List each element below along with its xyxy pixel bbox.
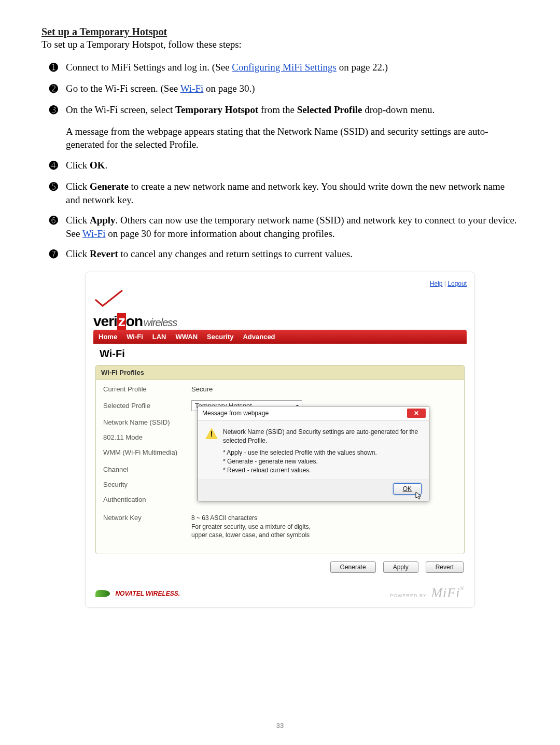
apply-button[interactable]: Apply <box>383 561 418 573</box>
row-current-profile: Current Profile Secure <box>103 385 457 393</box>
step7-text-c: to cancel any changes and return setting… <box>118 248 353 259</box>
step5-text-c: to create a new network name and network… <box>66 181 505 205</box>
help-link[interactable]: Help <box>430 280 443 287</box>
nk-hint-2: For greater security, use a mixture of d… <box>191 523 311 530</box>
step1-text-a: Connect to MiFi Settings and log in. (Se… <box>66 62 232 73</box>
logout-link[interactable]: Logout <box>447 280 467 287</box>
step4-text-c: . <box>105 160 107 171</box>
label-channel: Channel <box>103 466 191 473</box>
step-number-7: ➐ <box>49 247 66 261</box>
step-number-3: ➌ <box>49 103 66 117</box>
step3-bold-2: Selected Profile <box>297 104 362 115</box>
network-key-hint: 8 ~ 63 ASCII characters For greater secu… <box>191 514 457 539</box>
label-network-key: Network Key <box>103 514 191 522</box>
step4-bold: OK <box>90 160 105 171</box>
wifi-link-1[interactable]: Wi-Fi <box>180 83 204 94</box>
powered-by-text: POWERED BY <box>390 593 427 598</box>
step-2: ➋ Go to the Wi-Fi screen. (See Wi-Fi on … <box>49 82 519 96</box>
dialog-footer: OK <box>198 480 429 501</box>
wifi-heading: Wi-Fi <box>93 344 467 363</box>
step5-text-a: Click <box>66 181 90 192</box>
warning-icon <box>205 428 218 439</box>
footer-row: NOVATEL WIRELESS. POWERED BY MiFi® <box>93 585 467 601</box>
label-wmm: WMM (Wi-Fi Multimedia) <box>103 448 191 456</box>
action-buttons-row: Generate Apply Revert <box>93 554 467 576</box>
configuring-mifi-settings-link[interactable]: Configuring MiFi Settings <box>232 62 337 73</box>
mifi-text: MiFi® <box>431 585 465 600</box>
nav-advanced[interactable]: Advanced <box>243 333 275 341</box>
logo-part2: z <box>117 313 126 330</box>
step3-text-c: from the <box>258 104 297 115</box>
step7-bold: Revert <box>90 248 118 259</box>
label-security: Security <box>103 481 191 488</box>
nav-home[interactable]: Home <box>99 333 117 341</box>
step1-text-b: on page 22.) <box>337 62 388 73</box>
nav-security[interactable]: Security <box>207 333 233 341</box>
dlg-line2: * Apply - use the selected Profile with … <box>223 448 422 457</box>
step6-text-a: Click <box>66 215 90 226</box>
logo-row <box>93 288 467 308</box>
nk-hint-3: upper case, lower case, and other symbol… <box>191 531 310 539</box>
section-title: Set up a Temporary Hotspot <box>41 26 519 38</box>
step7-text-a: Click <box>66 248 90 259</box>
logo-part3: on <box>126 313 143 329</box>
wifi-link-2[interactable]: Wi-Fi <box>82 228 106 239</box>
step-number-1: ➊ <box>49 61 66 75</box>
panel-body: Current Profile Secure Selected Profile … <box>96 380 464 554</box>
svg-marker-0 <box>416 492 421 499</box>
logo-part4: wireless <box>144 317 177 328</box>
step3-extra: A message from the webpage appears stati… <box>66 125 519 151</box>
step-number-2: ➋ <box>49 82 66 96</box>
dialog-titlebar: Message from webpage ✕ <box>198 406 429 420</box>
revert-button[interactable]: Revert <box>426 561 464 573</box>
step-4: ➍ Click OK. <box>49 159 519 173</box>
novatel-logo: NOVATEL WIRELESS. <box>95 588 180 598</box>
value-current-profile: Secure <box>191 385 457 393</box>
shot-top-links: Help | Logout <box>93 280 467 287</box>
dlg-line3: * Generate - generate new values. <box>223 457 422 466</box>
step-number-5: ➎ <box>49 180 66 194</box>
step6-bold: Apply <box>90 215 116 226</box>
page-number: 33 <box>0 722 560 729</box>
label-current-profile: Current Profile <box>103 385 191 393</box>
label-80211: 802.11 Mode <box>103 433 191 441</box>
label-selected-profile: Selected Profile <box>103 402 191 410</box>
verizon-logo: verizonwireless <box>93 313 467 330</box>
panel-title: Wi-Fi Profiles <box>96 366 464 380</box>
step-number-6: ➏ <box>49 214 66 228</box>
step3-text-a: On the Wi-Fi screen, select <box>66 104 175 115</box>
nav-lan[interactable]: LAN <box>152 333 166 341</box>
cursor-icon <box>415 491 424 500</box>
step-3: ➌ On the Wi-Fi screen, select Temporary … <box>49 103 519 151</box>
step3-bold-1: Temporary Hotspot <box>175 104 258 115</box>
nk-hint-1: 8 ~ 63 ASCII characters <box>191 514 257 522</box>
dialog-close-button[interactable]: ✕ <box>407 409 426 418</box>
step-6: ➏ Click Apply. Others can now use the te… <box>49 214 519 240</box>
step-number-4: ➍ <box>49 159 66 173</box>
novatel-swoosh-icon <box>95 590 110 597</box>
label-ssid: Network Name (SSID) <box>103 418 191 426</box>
row-network-key: Network Key 8 ~ 63 ASCII characters For … <box>103 514 457 539</box>
step-7: ➐ Click Revert to cancel any changes and… <box>49 247 519 261</box>
steps-list: ➊ Connect to MiFi Settings and log in. (… <box>49 61 519 261</box>
step-5: ➎ Click Generate to create a new network… <box>49 180 519 206</box>
nav-wifi[interactable]: Wi-Fi <box>127 333 143 341</box>
generate-button[interactable]: Generate <box>330 561 376 573</box>
novatel-text: NOVATEL WIRELESS. <box>115 590 180 597</box>
dlg-line1: Network Name (SSID) and Security setting… <box>223 428 418 444</box>
nav-wwan[interactable]: WWAN <box>176 333 198 341</box>
step-1: ➊ Connect to MiFi Settings and log in. (… <box>49 61 519 75</box>
step2-text-a: Go to the Wi-Fi screen. (See <box>66 83 180 94</box>
step5-bold: Generate <box>90 181 129 192</box>
dialog-title-text: Message from webpage <box>202 410 269 417</box>
logo-part1: veri <box>93 313 117 329</box>
mifi-logo: POWERED BY MiFi® <box>390 585 465 601</box>
step6-text-d: on page 30 for more information about ch… <box>105 228 334 239</box>
dlg-line4: * Revert - reload current values. <box>223 466 422 475</box>
intro-text: To set up a Temporary Hotspot, follow th… <box>41 39 519 50</box>
step4-text-a: Click <box>66 160 90 171</box>
step2-text-b: on page 30.) <box>203 83 255 94</box>
label-auth: Authentication <box>103 496 191 503</box>
message-dialog: Message from webpage ✕ Network Name (SSI… <box>198 406 429 501</box>
step3-text-d: drop-down menu. <box>362 104 435 115</box>
